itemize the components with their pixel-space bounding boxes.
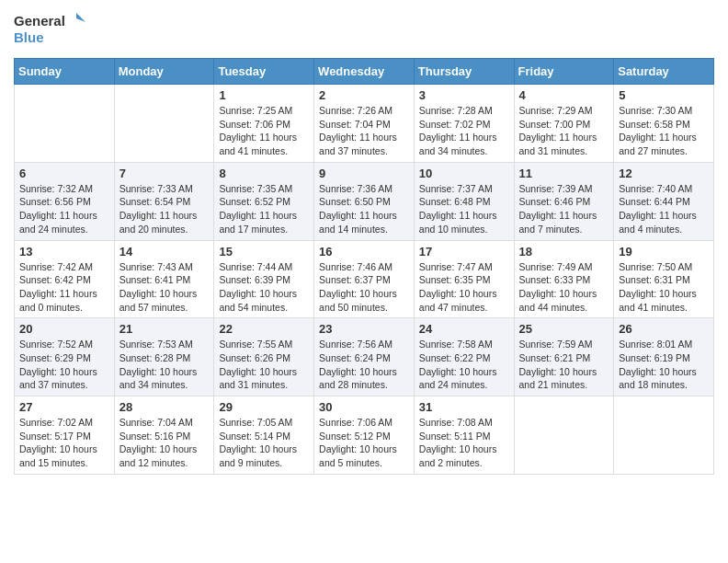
day-info: Sunrise: 7:25 AMSunset: 7:06 PMDaylight:… — [219, 104, 309, 158]
day-number: 24 — [419, 322, 509, 336]
day-number: 15 — [219, 245, 309, 259]
day-number: 13 — [19, 245, 109, 259]
day-info: Sunrise: 7:37 AMSunset: 6:48 PMDaylight:… — [419, 182, 509, 236]
calendar-cell: 21Sunrise: 7:53 AMSunset: 6:28 PMDayligh… — [114, 318, 214, 396]
day-number: 4 — [519, 88, 609, 102]
calendar-cell: 14Sunrise: 7:43 AMSunset: 6:41 PMDayligh… — [114, 240, 214, 318]
calendar-cell: 9Sunrise: 7:36 AMSunset: 6:50 PMDaylight… — [314, 162, 415, 240]
day-number: 27 — [19, 400, 109, 414]
calendar-week-row: 27Sunrise: 7:02 AMSunset: 5:17 PMDayligh… — [15, 396, 714, 475]
day-number: 8 — [219, 167, 309, 180]
day-info: Sunrise: 7:26 AMSunset: 7:04 PMDaylight:… — [319, 104, 409, 158]
calendar-cell: 5Sunrise: 7:30 AMSunset: 6:58 PMDaylight… — [614, 85, 714, 163]
day-number: 30 — [319, 400, 409, 414]
calendar-cell: 10Sunrise: 7:37 AMSunset: 6:48 PMDayligh… — [414, 162, 514, 240]
col-thursday: Thursday — [414, 59, 514, 85]
col-sunday: Sunday — [15, 59, 115, 85]
calendar-cell: 4Sunrise: 7:29 AMSunset: 7:00 PMDaylight… — [514, 85, 614, 163]
calendar-cell: 17Sunrise: 7:47 AMSunset: 6:35 PMDayligh… — [414, 240, 514, 318]
calendar-cell: 20Sunrise: 7:52 AMSunset: 6:29 PMDayligh… — [15, 318, 115, 396]
calendar-cell: 30Sunrise: 7:06 AMSunset: 5:12 PMDayligh… — [314, 396, 415, 475]
day-info: Sunrise: 7:04 AMSunset: 5:16 PMDaylight:… — [119, 416, 210, 470]
day-number: 29 — [219, 400, 309, 414]
day-number: 7 — [119, 167, 210, 180]
day-number: 11 — [519, 167, 609, 180]
calendar-cell: 15Sunrise: 7:44 AMSunset: 6:39 PMDayligh… — [214, 240, 314, 318]
day-number: 6 — [19, 167, 109, 180]
calendar-week-row: 20Sunrise: 7:52 AMSunset: 6:29 PMDayligh… — [15, 318, 714, 396]
day-info: Sunrise: 7:44 AMSunset: 6:39 PMDaylight:… — [219, 260, 309, 315]
calendar-week-row: 1Sunrise: 7:25 AMSunset: 7:06 PMDaylight… — [15, 85, 714, 163]
calendar-cell: 1Sunrise: 7:25 AMSunset: 7:06 PMDaylight… — [214, 85, 314, 163]
calendar-week-row: 6Sunrise: 7:32 AMSunset: 6:56 PMDaylight… — [15, 162, 714, 240]
svg-marker-2 — [76, 13, 85, 22]
day-info: Sunrise: 7:50 AMSunset: 6:31 PMDaylight:… — [619, 260, 709, 315]
day-number: 9 — [319, 167, 409, 180]
day-number: 18 — [519, 245, 609, 259]
day-info: Sunrise: 7:53 AMSunset: 6:28 PMDaylight:… — [119, 338, 210, 392]
calendar-cell: 28Sunrise: 7:04 AMSunset: 5:16 PMDayligh… — [114, 396, 214, 475]
day-info: Sunrise: 7:08 AMSunset: 5:11 PMDaylight:… — [419, 416, 509, 470]
day-info: Sunrise: 7:42 AMSunset: 6:42 PMDaylight:… — [19, 260, 109, 315]
day-info: Sunrise: 7:46 AMSunset: 6:37 PMDaylight:… — [319, 260, 409, 315]
calendar-week-row: 13Sunrise: 7:42 AMSunset: 6:42 PMDayligh… — [15, 240, 714, 318]
day-number: 1 — [219, 88, 309, 102]
calendar-cell: 31Sunrise: 7:08 AMSunset: 5:11 PMDayligh… — [414, 396, 514, 475]
calendar-cell: 22Sunrise: 7:55 AMSunset: 6:26 PMDayligh… — [214, 318, 314, 396]
day-number: 2 — [319, 88, 409, 102]
day-info: Sunrise: 8:01 AMSunset: 6:19 PMDaylight:… — [619, 338, 709, 392]
calendar-cell: 19Sunrise: 7:50 AMSunset: 6:31 PMDayligh… — [614, 240, 714, 318]
day-info: Sunrise: 7:55 AMSunset: 6:26 PMDaylight:… — [219, 338, 309, 392]
day-info: Sunrise: 7:35 AMSunset: 6:52 PMDaylight:… — [219, 182, 309, 236]
day-info: Sunrise: 7:30 AMSunset: 6:58 PMDaylight:… — [619, 104, 709, 158]
day-info: Sunrise: 7:32 AMSunset: 6:56 PMDaylight:… — [19, 182, 109, 236]
day-number: 31 — [419, 400, 509, 414]
day-info: Sunrise: 7:47 AMSunset: 6:35 PMDaylight:… — [419, 260, 509, 315]
calendar-cell: 12Sunrise: 7:40 AMSunset: 6:44 PMDayligh… — [614, 162, 714, 240]
calendar-cell: 2Sunrise: 7:26 AMSunset: 7:04 PMDaylight… — [314, 85, 415, 163]
day-info: Sunrise: 7:52 AMSunset: 6:29 PMDaylight:… — [19, 338, 109, 392]
day-number: 17 — [419, 245, 509, 259]
day-number: 22 — [219, 322, 309, 336]
day-number: 16 — [319, 245, 409, 259]
calendar-cell: 18Sunrise: 7:49 AMSunset: 6:33 PMDayligh… — [514, 240, 614, 318]
calendar-cell: 26Sunrise: 8:01 AMSunset: 6:19 PMDayligh… — [614, 318, 714, 396]
header: General Blue — [14, 9, 714, 51]
day-number: 14 — [119, 245, 210, 259]
day-number: 25 — [519, 322, 609, 336]
calendar-cell: 8Sunrise: 7:35 AMSunset: 6:52 PMDaylight… — [214, 162, 314, 240]
col-saturday: Saturday — [614, 59, 714, 85]
svg-text:Blue: Blue — [14, 29, 44, 45]
calendar-cell — [614, 396, 714, 475]
day-info: Sunrise: 7:39 AMSunset: 6:46 PMDaylight:… — [519, 182, 609, 236]
day-number: 23 — [319, 322, 409, 336]
calendar-cell: 29Sunrise: 7:05 AMSunset: 5:14 PMDayligh… — [214, 396, 314, 475]
day-info: Sunrise: 7:40 AMSunset: 6:44 PMDaylight:… — [619, 182, 709, 236]
col-friday: Friday — [514, 59, 614, 85]
calendar-cell: 3Sunrise: 7:28 AMSunset: 7:02 PMDaylight… — [414, 85, 514, 163]
day-info: Sunrise: 7:29 AMSunset: 7:00 PMDaylight:… — [519, 104, 609, 158]
calendar-cell: 16Sunrise: 7:46 AMSunset: 6:37 PMDayligh… — [314, 240, 415, 318]
day-number: 10 — [419, 167, 509, 180]
calendar-cell: 25Sunrise: 7:59 AMSunset: 6:21 PMDayligh… — [514, 318, 614, 396]
day-number: 21 — [119, 322, 210, 336]
day-number: 28 — [119, 400, 210, 414]
calendar-cell: 23Sunrise: 7:56 AMSunset: 6:24 PMDayligh… — [314, 318, 415, 396]
day-number: 20 — [19, 322, 109, 336]
calendar-cell — [114, 85, 214, 163]
calendar-cell — [514, 396, 614, 475]
day-info: Sunrise: 7:33 AMSunset: 6:54 PMDaylight:… — [119, 182, 210, 236]
day-info: Sunrise: 7:36 AMSunset: 6:50 PMDaylight:… — [319, 182, 409, 236]
day-info: Sunrise: 7:28 AMSunset: 7:02 PMDaylight:… — [419, 104, 509, 158]
day-info: Sunrise: 7:59 AMSunset: 6:21 PMDaylight:… — [519, 338, 609, 392]
col-tuesday: Tuesday — [214, 59, 314, 85]
day-info: Sunrise: 7:43 AMSunset: 6:41 PMDaylight:… — [119, 260, 210, 315]
day-info: Sunrise: 7:02 AMSunset: 5:17 PMDaylight:… — [19, 416, 109, 470]
day-info: Sunrise: 7:05 AMSunset: 5:14 PMDaylight:… — [219, 416, 309, 470]
logo: General Blue — [14, 9, 87, 51]
day-number: 19 — [619, 245, 709, 259]
day-info: Sunrise: 7:06 AMSunset: 5:12 PMDaylight:… — [319, 416, 409, 470]
logo-svg: General Blue — [14, 9, 87, 51]
day-number: 12 — [619, 167, 709, 180]
day-number: 3 — [419, 88, 509, 102]
